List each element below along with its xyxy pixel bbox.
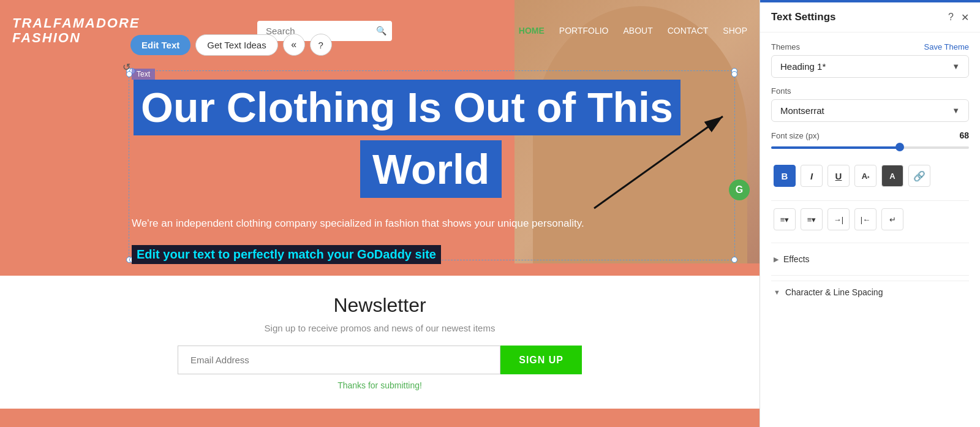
font-dropdown[interactable]: Montserrat ▼ — [771, 99, 969, 122]
effects-divider — [771, 275, 969, 276]
main-canvas: TRALFAMADORE FASHION 🔍 HOME PORTFOLIO AB… — [0, 0, 760, 427]
fonts-label: Fonts — [771, 86, 969, 96]
text-tag: Text — [132, 69, 155, 80]
edit-prompt: Edit your text to perfectly match your G… — [132, 245, 441, 264]
slider-track — [771, 146, 969, 149]
align-left-button[interactable]: ≡▾ — [774, 208, 796, 230]
newsletter-title: Newsletter — [18, 294, 741, 317]
underline-button[interactable]: U — [827, 165, 850, 187]
rtl-icon: ↵ — [889, 215, 896, 224]
heading-line2[interactable]: World — [360, 140, 502, 198]
newsletter-section: Newsletter Sign up to receive promos and… — [0, 276, 760, 409]
align-left-icon: ≡▾ — [780, 215, 790, 224]
text-format-row: B I U Aₐ A 🔗 — [771, 160, 969, 192]
slider-thumb[interactable] — [895, 143, 904, 151]
fontsize-slider-container[interactable] — [771, 146, 969, 149]
panel-close-icon: ✕ — [961, 12, 969, 23]
panel-header: Text Settings ? ✕ — [760, 2, 980, 32]
bold-button[interactable]: B — [774, 165, 796, 187]
edit-text-button[interactable]: Edit Text — [130, 35, 190, 55]
align-list-button[interactable]: ≡▾ — [801, 208, 823, 230]
align-divider — [771, 243, 969, 243]
char-spacing-expand-icon: ▼ — [774, 289, 780, 296]
italic-button[interactable]: I — [801, 165, 823, 187]
panel-title: Text Settings — [771, 11, 835, 23]
nav-shop[interactable]: SHOP — [723, 26, 747, 36]
help-button[interactable]: ? — [310, 34, 332, 56]
rotate-handle[interactable]: ↺ — [123, 61, 130, 73]
signup-button[interactable]: SIGN UP — [500, 346, 582, 374]
indent-right-button[interactable]: →| — [827, 208, 850, 230]
search-icon[interactable]: 🔍 — [376, 26, 386, 36]
nav-portfolio[interactable]: PORTFOLIO — [559, 26, 609, 36]
format-divider — [771, 200, 969, 201]
slider-fill — [771, 146, 900, 149]
panel-help-button[interactable]: ? — [948, 12, 954, 23]
heading-value: Heading 1* — [780, 61, 826, 72]
logo: TRALFAMADORE FASHION — [12, 16, 135, 45]
themes-label: Themes — [771, 42, 800, 51]
char-spacing-label: Character & Line Spacing — [785, 287, 883, 297]
panel-close-button[interactable]: ✕ — [961, 12, 969, 23]
effects-label: Effects — [783, 254, 810, 264]
email-input[interactable] — [178, 346, 500, 374]
back-button[interactable]: « — [283, 34, 305, 56]
nav-home[interactable]: HOME — [519, 26, 545, 36]
font-dropdown-arrow: ▼ — [952, 106, 960, 115]
newsletter-form: SIGN UP — [178, 346, 582, 374]
effects-expand-icon: ▶ — [774, 255, 778, 263]
nav-contact[interactable]: CONTACT — [668, 26, 709, 36]
help-icon: ? — [318, 40, 323, 50]
themes-section-row: Themes Save Theme — [771, 42, 969, 51]
annotation-arrow — [545, 104, 741, 214]
fontsize-row: Font size (px) 68 — [771, 130, 969, 140]
effects-row[interactable]: ▶ Effects — [771, 248, 969, 270]
link-button[interactable]: 🔗 — [908, 165, 930, 187]
right-panel: Text Settings ? ✕ Themes Save Theme Head… — [760, 0, 980, 427]
panel-help-icon: ? — [948, 12, 954, 22]
heading-dropdown-arrow: ▼ — [952, 62, 960, 71]
align-list-icon: ≡▾ — [807, 215, 816, 224]
thanks-text: Thanks for submitting! — [18, 380, 741, 390]
nav-links: HOME PORTFOLIO ABOUT CONTACT SHOP — [519, 26, 747, 36]
nav-about[interactable]: ABOUT — [623, 26, 652, 36]
toolbar: Edit Text Get Text Ideas « ? — [130, 34, 332, 56]
char-spacing-row[interactable]: ▼ Character & Line Spacing — [771, 281, 969, 303]
heading-dropdown[interactable]: Heading 1* ▼ — [771, 55, 969, 78]
fontsize-label: Font size (px) — [771, 131, 820, 140]
save-theme-link[interactable]: Save Theme — [924, 42, 969, 51]
back-icon: « — [291, 39, 296, 50]
indent-left-button[interactable]: |← — [854, 208, 876, 230]
font-value: Montserrat — [780, 105, 824, 116]
indent-right-icon: →| — [834, 215, 843, 224]
svg-line-1 — [594, 116, 723, 208]
fontsize-value: 68 — [959, 130, 969, 140]
panel-actions: ? ✕ — [948, 12, 969, 23]
highlight-button[interactable]: A — [881, 165, 903, 187]
logo-line1: TRALFAMADORE — [12, 16, 135, 31]
indent-left-icon: |← — [861, 215, 870, 224]
get-text-ideas-button[interactable]: Get Text Ideas — [195, 34, 277, 56]
navbar: TRALFAMADORE FASHION 🔍 HOME PORTFOLIO AB… — [0, 0, 760, 61]
subtext: We're an independent clothing company sp… — [132, 217, 720, 230]
align-row: ≡▾ ≡▾ →| |← ↵ — [771, 206, 969, 233]
panel-body: Themes Save Theme Heading 1* ▼ Fonts Mon… — [760, 32, 980, 427]
rtl-button[interactable]: ↵ — [881, 208, 903, 230]
logo-line2: FASHION — [12, 31, 135, 45]
newsletter-subtitle: Sign up to receive promos and news of ou… — [18, 323, 741, 333]
font-color-button[interactable]: Aₐ — [854, 165, 876, 187]
